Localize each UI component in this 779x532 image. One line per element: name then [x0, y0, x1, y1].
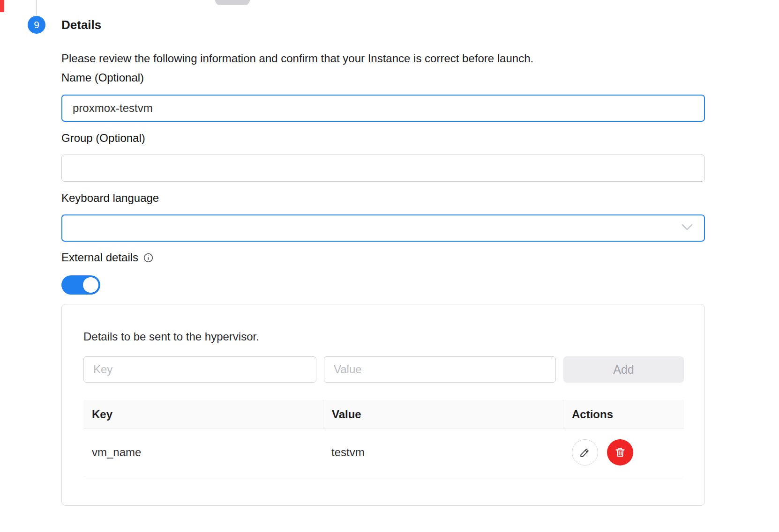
external-details-row: External details [61, 251, 154, 264]
table-header-row: Key Value Actions [83, 400, 684, 429]
details-table: Key Value Actions vm_name testvm [83, 400, 684, 476]
edit-button[interactable] [572, 439, 598, 466]
trash-icon [614, 446, 626, 458]
step-number: 9 [34, 19, 39, 30]
row-key: vm_name [83, 429, 323, 476]
pencil-icon [579, 446, 591, 458]
header-key: Key [83, 400, 323, 429]
row-value: testvm [323, 429, 563, 476]
toggle-knob [83, 277, 98, 293]
header-value: Value [323, 400, 563, 429]
review-instructions: Please review the following information … [61, 52, 533, 65]
name-label: Name (Optional) [61, 71, 144, 84]
name-input[interactable] [61, 95, 705, 122]
table-row: vm_name testvm [83, 429, 684, 476]
info-icon[interactable] [143, 252, 154, 263]
corner-red-mark [0, 0, 4, 12]
external-details-toggle[interactable] [61, 275, 100, 295]
step-number-badge: 9 [28, 16, 45, 34]
keyboard-language-select[interactable] [61, 214, 705, 242]
external-details-label: External details [61, 251, 138, 264]
value-input[interactable] [324, 356, 556, 383]
key-input[interactable] [83, 356, 316, 383]
hypervisor-details-panel: Details to be sent to the hypervisor. Ad… [61, 304, 705, 506]
step-title: Details [61, 18, 101, 32]
stepper-connector-line [36, 0, 37, 15]
chevron-down-icon [681, 223, 694, 233]
keyboard-language-label: Keyboard language [61, 192, 159, 205]
group-input[interactable] [61, 155, 705, 182]
cutoff-toggle[interactable] [215, 0, 250, 5]
add-button[interactable]: Add [563, 356, 684, 383]
row-actions [563, 429, 684, 476]
delete-button[interactable] [607, 439, 633, 466]
header-actions: Actions [563, 400, 684, 429]
group-label: Group (Optional) [61, 132, 145, 145]
instance-launch-form: 9 Details Please review the following in… [0, 0, 779, 532]
hypervisor-panel-description: Details to be sent to the hypervisor. [83, 330, 259, 343]
